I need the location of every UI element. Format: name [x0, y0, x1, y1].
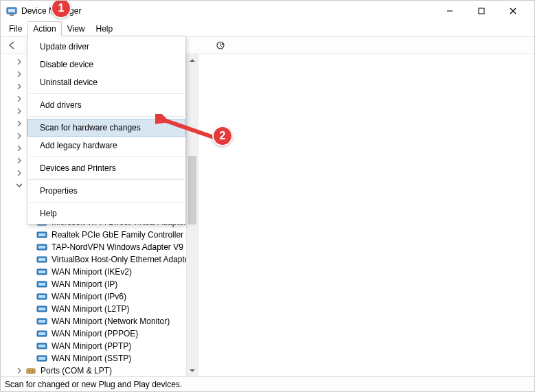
menu-disable-device[interactable]: Disable device — [27, 56, 185, 73]
menu-update-driver[interactable]: Update driver — [27, 38, 185, 56]
network-adapter-icon — [36, 354, 47, 363]
network-adapter-icon — [36, 255, 47, 264]
menu-separator — [29, 202, 184, 203]
tree-item[interactable]: WAN Miniport (Network Monitor) — [5, 315, 198, 327]
chevron-right-icon[interactable] — [14, 156, 24, 165]
menu-add-drivers[interactable]: Add drivers — [27, 96, 185, 114]
scroll-thumb[interactable] — [188, 156, 196, 224]
tree-item[interactable]: WAN Miniport (IKEv2) — [5, 266, 198, 278]
tree-item-label: WAN Miniport (SSTP) — [50, 352, 133, 365]
status-text: Scan for changed or new Plug and Play de… — [5, 380, 182, 389]
tree-item[interactable]: WAN Miniport (PPPOE) — [5, 327, 198, 340]
maximize-button[interactable] — [466, 1, 497, 21]
menu-file[interactable]: File — [3, 21, 27, 36]
svg-rect-1 — [8, 9, 15, 12]
menu-action[interactable]: Action — [27, 21, 61, 36]
menu-separator — [29, 157, 184, 157]
app-icon — [6, 5, 17, 16]
tree-item[interactable]: WAN Miniport (IP) — [5, 278, 198, 290]
tree-item[interactable]: WAN Miniport (IPv6) — [5, 290, 198, 303]
tree-category-ports[interactable]: Ports (COM & LPT) — [5, 365, 198, 376]
back-button[interactable] — [5, 38, 20, 53]
refresh-button[interactable] — [213, 38, 228, 53]
svg-point-38 — [32, 370, 33, 371]
scroll-down-icon[interactable] — [187, 365, 198, 376]
tree-item-label: VirtualBox Host-Only Ethernet Adapter — [50, 253, 194, 266]
chevron-right-icon[interactable] — [14, 168, 24, 178]
chevron-right-icon[interactable] — [14, 119, 24, 128]
menu-help-item[interactable]: Help — [27, 205, 185, 222]
svg-rect-15 — [38, 233, 45, 236]
network-adapter-icon — [36, 268, 47, 277]
svg-rect-36 — [27, 369, 35, 373]
svg-rect-4 — [479, 8, 484, 14]
chevron-right-icon[interactable] — [14, 57, 24, 67]
network-adapter-icon — [36, 330, 47, 338]
tree-item-label: WAN Miniport (Network Monitor) — [50, 315, 171, 327]
chevron-right-icon[interactable] — [14, 82, 24, 91]
network-adapter-icon — [36, 243, 47, 252]
window-controls — [434, 1, 529, 21]
svg-rect-27 — [38, 308, 45, 310]
svg-rect-2 — [10, 14, 14, 16]
svg-rect-29 — [38, 320, 45, 323]
vertical-scrollbar[interactable] — [186, 54, 198, 376]
tree-item[interactable]: Realtek PCIe GbE Family Controller #2 — [5, 229, 198, 241]
svg-point-37 — [29, 370, 30, 371]
menu-properties[interactable]: Properties — [27, 182, 185, 200]
network-adapter-icon — [36, 305, 47, 314]
tree-item[interactable]: WAN Miniport (PPTP) — [5, 340, 198, 352]
svg-rect-21 — [38, 270, 45, 273]
tree-item-label: Realtek PCIe GbE Family Controller #2 — [50, 229, 196, 241]
network-adapter-icon — [36, 292, 47, 301]
chevron-right-icon[interactable] — [14, 131, 24, 141]
menu-help[interactable]: Help — [91, 21, 119, 36]
tree-item-label: WAN Miniport (IP) — [50, 278, 119, 290]
statusbar: Scan for changed or new Plug and Play de… — [1, 376, 534, 391]
menu-uninstall-device[interactable]: Uninstall device — [27, 73, 185, 91]
tree-item-label: WAN Miniport (IPv6) — [50, 290, 128, 303]
svg-rect-23 — [38, 283, 45, 286]
ports-icon — [25, 367, 36, 376]
network-adapter-icon — [36, 342, 47, 351]
menu-devices-printers[interactable]: Devices and Printers — [27, 159, 185, 177]
tree-item-label: WAN Miniport (L2TP) — [50, 303, 131, 315]
close-button[interactable] — [497, 1, 529, 21]
network-adapter-icon — [36, 317, 47, 326]
chevron-right-icon[interactable] — [14, 143, 24, 153]
annotation-badge-2: 2 — [212, 126, 233, 146]
tree-item[interactable]: WAN Miniport (SSTP) — [5, 352, 198, 365]
window-title: Device Manager — [21, 6, 434, 16]
menu-view[interactable]: View — [62, 21, 91, 36]
chevron-right-icon[interactable] — [14, 94, 24, 104]
svg-rect-33 — [38, 345, 45, 347]
minimize-button[interactable] — [434, 1, 466, 21]
network-adapter-icon — [36, 231, 47, 240]
tree-item-label: TAP-NordVPN Windows Adapter V9 — [50, 241, 185, 253]
annotation-arrow-icon — [155, 114, 220, 145]
titlebar: Device Manager — [1, 1, 534, 21]
chevron-right-icon[interactable] — [14, 69, 24, 79]
svg-rect-19 — [38, 258, 45, 261]
tree-item[interactable]: TAP-NordVPN Windows Adapter V9 — [5, 241, 198, 253]
menu-separator — [29, 179, 184, 180]
svg-rect-17 — [38, 246, 45, 249]
scroll-up-icon[interactable] — [187, 54, 198, 66]
menubar: File Action View Help — [1, 21, 534, 36]
svg-rect-31 — [38, 332, 45, 335]
tree-item-label: WAN Miniport (PPPOE) — [50, 327, 139, 340]
tree-item-label: WAN Miniport (PPTP) — [50, 340, 133, 352]
svg-rect-35 — [38, 357, 45, 360]
svg-rect-25 — [38, 295, 45, 298]
tree-item[interactable]: VirtualBox Host-Only Ethernet Adapter — [5, 253, 198, 266]
menu-separator — [29, 93, 184, 94]
tree-item[interactable]: WAN Miniport (L2TP) — [5, 303, 198, 315]
chevron-right-icon[interactable] — [14, 106, 24, 116]
detail-pane — [198, 54, 534, 376]
network-adapter-icon — [36, 280, 47, 289]
tree-item-label: WAN Miniport (IKEv2) — [50, 266, 133, 278]
chevron-down-icon[interactable] — [14, 181, 24, 190]
chevron-right-icon[interactable] — [14, 366, 24, 376]
tree-item-label: Ports (COM & LPT) — [39, 365, 113, 376]
scroll-track[interactable] — [187, 66, 198, 365]
